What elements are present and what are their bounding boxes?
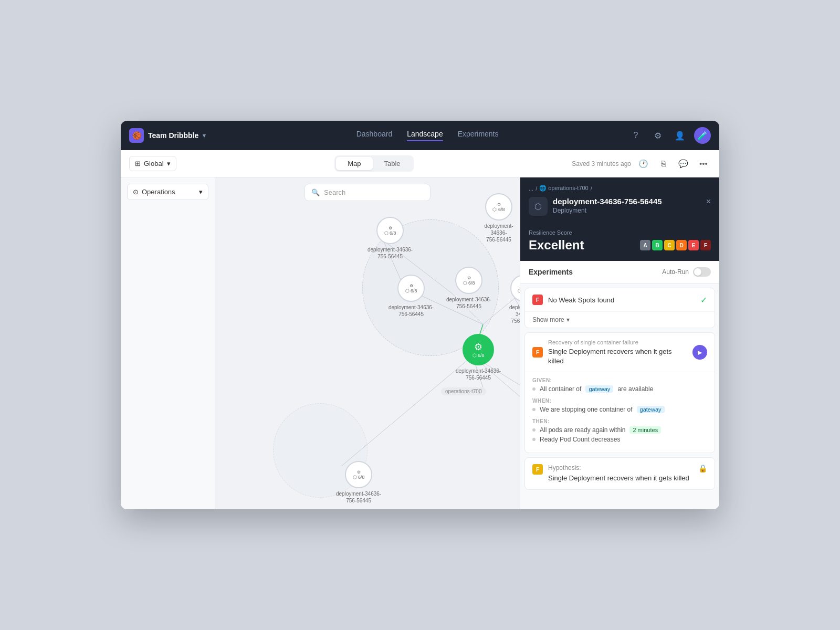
ops-label: operations-t700 [441, 387, 486, 395]
saved-text: Saved 3 minutes ago [572, 160, 631, 167]
exp-sub-title-3: Hypothesis: [548, 464, 693, 471]
flask-icon[interactable]: 🧪 [694, 127, 711, 144]
panel-title-row: ⬡ deployment-34636-756-56445 Deployment … [529, 197, 711, 216]
score-badge-d: D [676, 240, 687, 250]
brand-chevron: ▾ [203, 132, 206, 139]
given-dot [532, 387, 536, 391]
when-label: WHEN: [532, 398, 707, 404]
node-label-1: deployment-34636-756-56445 [368, 246, 413, 260]
brand[interactable]: 🏀 Team Dribbble ▾ [129, 128, 206, 143]
score-badge-b: B [652, 240, 663, 250]
then-label: THEN: [532, 418, 707, 424]
filter-dot: ⊙ [133, 188, 139, 196]
panel-deployment-name: deployment-34636-756-56445 [553, 197, 662, 206]
exp-subtitle-2: Recovery of single container failure [548, 339, 687, 345]
close-button[interactable]: × [706, 197, 711, 206]
top-nav: 🏀 Team Dribbble ▾ Dashboard Landscape Ex… [121, 121, 719, 150]
auto-run-label: Auto-Run [662, 268, 689, 276]
panel-title-text: deployment-34636-756-56445 Deployment [553, 197, 662, 214]
nav-dashboard[interactable]: Dashboard [356, 130, 393, 141]
auto-run-row: Auto-Run [662, 267, 711, 277]
node-label-7: deployment-34636-756-56445 [336, 490, 381, 504]
node-label-5: deployment-34636-756-56445 [456, 368, 501, 381]
exp-card-2-body: GIVEN: All container of gateway are avai… [525, 372, 715, 453]
node-icon-7: ⚙ [357, 470, 361, 475]
breadcrumb-item[interactable]: 🌐 operations-t700 [539, 185, 589, 192]
node-icon-1: ⚙ [388, 226, 392, 230]
node-icon-2: ⚙ [497, 202, 501, 207]
when-dot [532, 408, 536, 411]
time-tag: 2 minutes [629, 426, 661, 434]
resilience-section: Resilience Score Excellent A B C D E F [520, 223, 719, 261]
deployment-node-7[interactable]: ⚙ ⬡ 6/8 deployment-34636-756-56445 [336, 461, 381, 504]
history-icon[interactable]: 🕐 [636, 156, 651, 171]
experiment-card-3: F Hypothesis: Single Deployment recovers… [524, 457, 715, 490]
comment-icon[interactable]: 💬 [676, 156, 691, 171]
filter-label: Operations [142, 188, 175, 196]
exp-card-2-header: F Recovery of single container failure S… [525, 333, 715, 372]
experiments-section: Experiments Auto-Run F No Weak Spots fou… [520, 261, 719, 509]
help-icon[interactable]: ? [628, 128, 644, 143]
exp-card-2-titles: Recovery of single container failure Sin… [548, 339, 687, 365]
exp-title-3: Single Deployment recovers when it gets … [548, 474, 693, 483]
toggle-thumb [694, 268, 701, 276]
deployment-node-5[interactable]: ⚙ ⬡ 6/8 deployment-34636-756-56445 [456, 334, 501, 381]
toolbar: ⊞ Global ▾ Map Table Saved 3 minutes ago… [121, 150, 719, 177]
settings-icon[interactable]: ⚙ [650, 128, 666, 143]
exp-card-1-header: F No Weak Spots found ✓ [525, 288, 715, 311]
global-label: Global [144, 160, 164, 167]
node-icon-3: ⚙ [410, 284, 413, 288]
search-placeholder: Search [324, 188, 345, 196]
node-icon-4: ⚙ [467, 276, 471, 280]
exp-card-3-header: F Hypothesis: Single Deployment recovers… [525, 458, 715, 489]
nav-experiments[interactable]: Experiments [458, 130, 499, 141]
node-circle-4: ⚙ ⬡ 6/8 [455, 267, 482, 294]
experiments-header: Experiments Auto-Run [520, 261, 719, 284]
toolbar-right: Saved 3 minutes ago 🕐 ⎘ 💬 ••• [572, 156, 711, 171]
resilience-label: Resilience Score [529, 229, 711, 236]
global-icon: ⊞ [135, 160, 141, 167]
search-bar[interactable]: 🔍 Search [304, 184, 430, 201]
node-circle-6: ⚙ ⬡ 6/8 [510, 275, 520, 302]
then-dot-1 [532, 428, 536, 432]
node-circle-3: ⚙ ⬡ 6/8 [397, 275, 425, 302]
exp-title-1: No Weak Spots found [548, 296, 614, 304]
when-condition-1: We are stopping one container of gateway [532, 406, 707, 413]
panel-deployment-type: Deployment [553, 207, 662, 214]
brand-name: Team Dribbble [148, 131, 198, 140]
deployment-node-6[interactable]: ⚙ ⬡ 6/8 deployment-34636-756-56445 [509, 275, 520, 324]
nav-landscape[interactable]: Landscape [407, 130, 443, 141]
tab-map[interactable]: Map [336, 157, 372, 170]
deployment-node-2[interactable]: ⚙ ⬡ 6/8 deployment-34636-756-56445 [478, 193, 520, 243]
deployment-icon: ⬡ [529, 197, 548, 216]
nav-links: Dashboard Landscape Experiments [227, 130, 628, 141]
user-icon[interactable]: 👤 [672, 128, 688, 143]
filter-dropdown[interactable]: ⊙ Operations ▾ [127, 184, 208, 200]
deployment-node-3[interactable]: ⚙ ⬡ 6/8 deployment-34636-756-56445 [388, 275, 434, 318]
play-button-2[interactable]: ▶ [692, 345, 707, 360]
then-dot-2 [532, 438, 536, 441]
deployment-node-4[interactable]: ⚙ ⬡ 6/8 deployment-34636-756-56445 [446, 267, 491, 310]
given-label: GIVEN: [532, 377, 707, 383]
global-chevron: ▾ [167, 160, 171, 167]
score-badge-a: A [640, 240, 650, 250]
copy-icon[interactable]: ⎘ [656, 156, 671, 171]
exp-badge-2: F [532, 347, 543, 358]
show-more-button[interactable]: Show more ▾ [525, 311, 715, 328]
search-icon: 🔍 [311, 188, 320, 196]
experiment-card-2: F Recovery of single container failure S… [524, 332, 715, 453]
tab-table[interactable]: Table [373, 157, 412, 170]
node-count-3: ⬡ 6/8 [405, 288, 417, 293]
global-selector[interactable]: ⊞ Global ▾ [129, 156, 176, 171]
auto-run-toggle[interactable] [693, 267, 711, 277]
node-label-3: deployment-34636-756-56445 [388, 304, 434, 318]
right-panel: ... / 🌐 operations-t700 / ⬡ deployment-3… [520, 177, 719, 509]
nav-actions: ? ⚙ 👤 🧪 [628, 127, 711, 144]
map-area: 🔍 Search [215, 177, 520, 509]
node-count-5: ⬡ 6/8 [472, 353, 485, 358]
resilience-value: Excellent [529, 238, 584, 253]
score-badge-c: C [664, 240, 675, 250]
more-icon[interactable]: ••• [696, 156, 711, 171]
deployment-node-1[interactable]: ⚙ ⬡ 6/8 deployment-34636-756-56445 [368, 217, 413, 260]
breadcrumb-sep2: / [591, 185, 592, 192]
